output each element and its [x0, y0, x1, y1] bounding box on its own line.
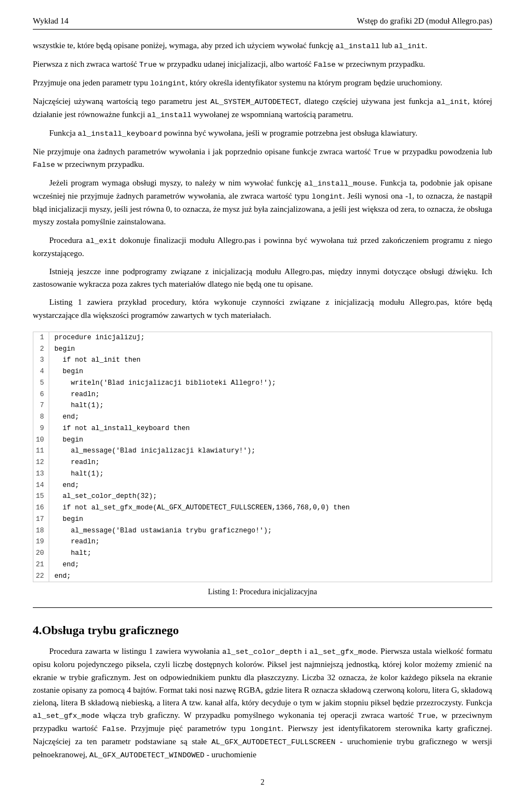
- line-code: halt;: [49, 548, 492, 559]
- line-number: 5: [33, 378, 49, 389]
- code-line: 21 end;: [33, 559, 492, 571]
- code-line: 22end;: [33, 571, 492, 582]
- line-code: al_message('Blad ustawiania trybu grafic…: [49, 525, 492, 537]
- code-line: 17 begin: [33, 514, 492, 525]
- paragraph-5: Funkcja al_install_keyboard powinna być …: [33, 127, 492, 140]
- line-number: 19: [33, 536, 49, 548]
- line-number: 13: [33, 468, 49, 480]
- line-number: 8: [33, 411, 49, 423]
- line-number: 21: [33, 559, 49, 571]
- line-code: readln;: [49, 536, 492, 548]
- section-4-number: 4.: [33, 623, 42, 637]
- line-number: 15: [33, 491, 49, 502]
- line-code: end;: [49, 571, 492, 582]
- line-code: halt(1);: [49, 468, 492, 480]
- code-line: 9 if not al_install_keyboard then: [33, 423, 492, 434]
- code-listing: 1procedure inicjalizuj;2begin3 if not al…: [33, 332, 492, 583]
- paragraph-6: Nie przyjmuje ona żadnych parametrów wyw…: [33, 146, 492, 172]
- line-number: 20: [33, 548, 49, 559]
- code-line: 4 begin: [33, 366, 492, 378]
- line-number: 10: [33, 434, 49, 446]
- line-code: end;: [49, 480, 492, 491]
- line-number: 4: [33, 366, 49, 378]
- paragraph-10: Listing 1 zawiera przykład procedury, kt…: [33, 296, 492, 322]
- line-code: halt(1);: [49, 400, 492, 411]
- line-code: if not al_install_keyboard then: [49, 423, 492, 434]
- line-code: readln;: [49, 457, 492, 468]
- line-number: 6: [33, 389, 49, 401]
- header-right: Wstęp do grafiki 2D (moduł Allegro.pas): [357, 16, 492, 26]
- line-code: procedure inicjalizuj;: [49, 332, 492, 344]
- line-number: 17: [33, 514, 49, 525]
- section-4-heading: 4.Obsługa trybu graficznego: [33, 623, 492, 637]
- line-number: 3: [33, 355, 49, 366]
- paragraph-9: Istnieją jeszcze inne podprogramy związa…: [33, 265, 492, 291]
- paragraph-3: Przyjmuje ona jeden parametr typu loingi…: [33, 77, 492, 90]
- paragraph-4: Najczęściej używaną wartością tego param…: [33, 95, 492, 121]
- line-code: if not al_init then: [49, 355, 492, 366]
- line-number: 18: [33, 525, 49, 537]
- code-line: 14 end;: [33, 480, 492, 491]
- code-line: 19 readln;: [33, 536, 492, 548]
- section-4-content: Procedura zawarta w listingu 1 zawiera w…: [33, 645, 492, 762]
- line-code: if not al_set_gfx_mode(AL_GFX_AUTODETECT…: [49, 502, 492, 514]
- line-number: 11: [33, 445, 49, 457]
- line-number: 2: [33, 344, 49, 355]
- code-line: 6 readln;: [33, 389, 492, 401]
- line-code: al_message('Blad inicjalizacji klawiatur…: [49, 445, 492, 457]
- paragraph-8: Procedura al_exit dokonuje finalizacji m…: [33, 234, 492, 260]
- page-footer: 2: [33, 778, 492, 787]
- line-code: end;: [49, 559, 492, 571]
- paragraph-2: Pierwsza z nich zwraca wartość True w pr…: [33, 58, 492, 71]
- line-number: 12: [33, 457, 49, 468]
- line-code: begin: [49, 344, 492, 355]
- line-code: begin: [49, 366, 492, 378]
- code-table: 1procedure inicjalizuj;2begin3 if not al…: [33, 332, 492, 582]
- listing-caption: Listing 1: Procedura inicjalizacyjna: [33, 588, 492, 596]
- code-line: 5 writeln('Blad inicjalizacji biblioteki…: [33, 378, 492, 389]
- line-number: 9: [33, 423, 49, 434]
- line-code: readln;: [49, 389, 492, 401]
- code-line: 10 begin: [33, 434, 492, 446]
- line-number: 7: [33, 400, 49, 411]
- code-line: 15 al_set_color_depth(32);: [33, 491, 492, 502]
- paragraph-7: Jeżeli program wymaga obsługi myszy, to …: [33, 177, 492, 228]
- section-4-paragraph-1: Procedura zawarta w listingu 1 zawiera w…: [33, 645, 492, 762]
- line-number: 1: [33, 332, 49, 344]
- code-line: 12 readln;: [33, 457, 492, 468]
- line-number: 16: [33, 502, 49, 514]
- code-line: 7 halt(1);: [33, 400, 492, 411]
- section-divider: [33, 607, 492, 608]
- line-code: end;: [49, 411, 492, 423]
- main-content: wszystkie te, które będą opisane poniżej…: [33, 39, 492, 322]
- code-line: 16 if not al_set_gfx_mode(AL_GFX_AUTODET…: [33, 502, 492, 514]
- section-4-title: Obsługa trybu graficznego: [42, 623, 179, 637]
- code-line: 2begin: [33, 344, 492, 355]
- code-line: 20 halt;: [33, 548, 492, 559]
- code-line: 18 al_message('Blad ustawiania trybu gra…: [33, 525, 492, 537]
- code-line: 3 if not al_init then: [33, 355, 492, 366]
- code-line: 11 al_message('Blad inicjalizacji klawia…: [33, 445, 492, 457]
- page-header: Wykład 14 Wstęp do grafiki 2D (moduł All…: [33, 16, 492, 30]
- line-code: al_set_color_depth(32);: [49, 491, 492, 502]
- paragraph-1: wszystkie te, które będą opisane poniżej…: [33, 39, 492, 53]
- line-code: begin: [49, 514, 492, 525]
- page-number: 2: [261, 778, 265, 786]
- line-code: writeln('Blad inicjalizacji biblioteki A…: [49, 378, 492, 389]
- code-line: 13 halt(1);: [33, 468, 492, 480]
- code-line: 8 end;: [33, 411, 492, 423]
- line-number: 22: [33, 571, 49, 582]
- line-code: begin: [49, 434, 492, 446]
- code-line: 1procedure inicjalizuj;: [33, 332, 492, 344]
- header-left: Wykład 14: [33, 16, 68, 26]
- line-number: 14: [33, 480, 49, 491]
